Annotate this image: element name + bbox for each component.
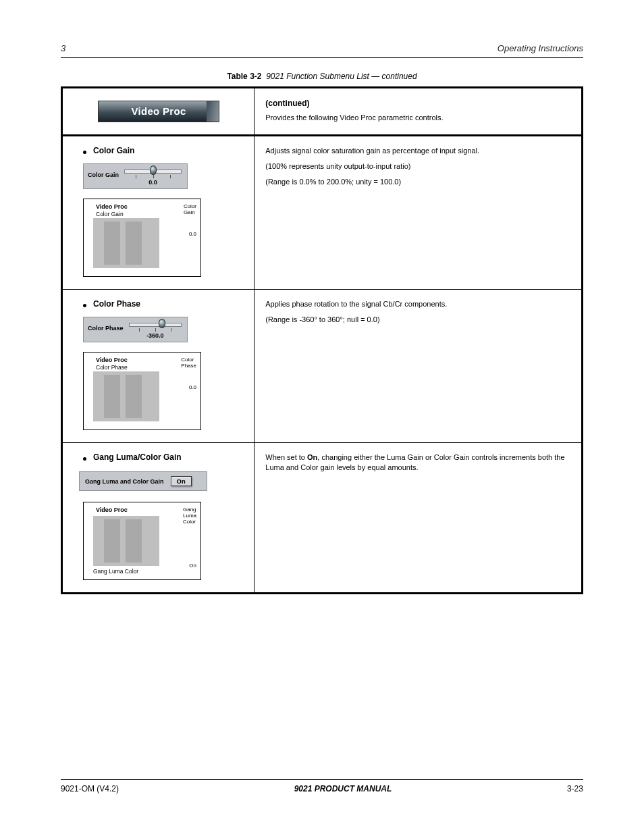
table-caption: Table 3-2 9021 Function Submenu List — c… <box>61 72 583 81</box>
ogcp-side-b: 0.0 <box>189 232 196 238</box>
ogcp-title: Video Proc <box>96 203 128 210</box>
footer-mid: 9021 PRODUCT MANUAL <box>294 784 392 793</box>
ogcp-screen <box>93 371 159 421</box>
page-footer: 9021-OM (V4.2) 9021 PRODUCT MANUAL 3-23 <box>61 779 583 793</box>
chapter-number: 3 <box>61 43 65 53</box>
color-gain-slider[interactable]: Color Gain 0.0 <box>83 163 188 189</box>
slider-value: 0.0 <box>123 179 183 186</box>
toggle-label: Gang Luma and Color Gain <box>85 478 164 485</box>
desc-text: When set to On, changing either the Luma… <box>265 452 570 473</box>
func-color-phase: Color Phase <box>93 299 140 309</box>
bullet-icon <box>83 457 86 461</box>
ogcp-side-a: ColorPhase <box>181 357 196 369</box>
desc-text: (100% represents unity output-to-input r… <box>265 161 570 172</box>
slider-value: -360.0 <box>128 332 183 339</box>
ogcp-title: Video Proc <box>96 357 128 363</box>
bullet-icon <box>83 151 86 154</box>
function-table: Video Proc (continued) Provides the foll… <box>61 86 583 594</box>
desc-text: Applies phase rotation to the signal Cb/… <box>265 299 570 309</box>
ogcp-side-b: 0.0 <box>189 385 196 391</box>
func-gang: Gang Luma/Color Gain <box>93 452 182 462</box>
desc-range: (Range is -360° to 360°; null = 0.0) <box>265 315 570 325</box>
ogcp-label: Color Phase <box>96 364 128 371</box>
ogcp-side-a: ColorGain <box>184 204 196 216</box>
caption-text: 9021 Function Submenu List — continued <box>266 72 417 81</box>
ogcp-screen <box>93 516 159 566</box>
slider-track[interactable] <box>129 323 182 327</box>
ogcp-panel: Video Proc Gang Luma Color GangLumaColor… <box>83 502 201 580</box>
head-continued: (continued) <box>265 98 570 109</box>
ogcp-side-c: On <box>189 563 196 569</box>
gang-toggle-button[interactable]: On <box>171 476 192 486</box>
ogcp-side-a: GangLumaColor <box>183 507 196 525</box>
ogcp-title: Video Proc <box>96 506 128 513</box>
head-desc: Provides the following Video Proc parame… <box>265 113 570 123</box>
chapter-title: Operating Instructions <box>498 43 583 53</box>
bullet-icon <box>83 304 86 307</box>
desc-range: (Range is 0.0% to 200.0%; unity = 100.0) <box>265 177 570 187</box>
ogcp-label: Gang Luma Color <box>93 568 138 575</box>
slider-thumb[interactable] <box>159 319 165 328</box>
ogcp-label: Color Gain <box>96 211 124 217</box>
desc-text: Adjusts signal color saturation gain as … <box>265 146 570 156</box>
caption-prefix: Table 3-2 <box>227 72 261 81</box>
video-proc-tab[interactable]: Video Proc <box>98 101 219 122</box>
gang-toggle-widget: Gang Luma and Color Gain On <box>79 471 207 491</box>
ogcp-screen <box>93 218 159 268</box>
slider-label: Color Phase <box>88 320 124 332</box>
footer-left: 9021-OM (V4.2) <box>61 784 119 793</box>
color-phase-slider[interactable]: Color Phase -360.0 <box>83 317 188 342</box>
slider-thumb[interactable] <box>150 165 157 175</box>
ogcp-panel: Video Proc Color Phase ColorPhase 0.0 <box>83 352 201 430</box>
footer-right: 3-23 <box>567 784 583 793</box>
ogcp-panel: Video Proc Color Gain ColorGain 0.0 <box>83 199 201 277</box>
slider-label: Color Gain <box>88 167 119 178</box>
func-color-gain: Color Gain <box>93 146 134 155</box>
